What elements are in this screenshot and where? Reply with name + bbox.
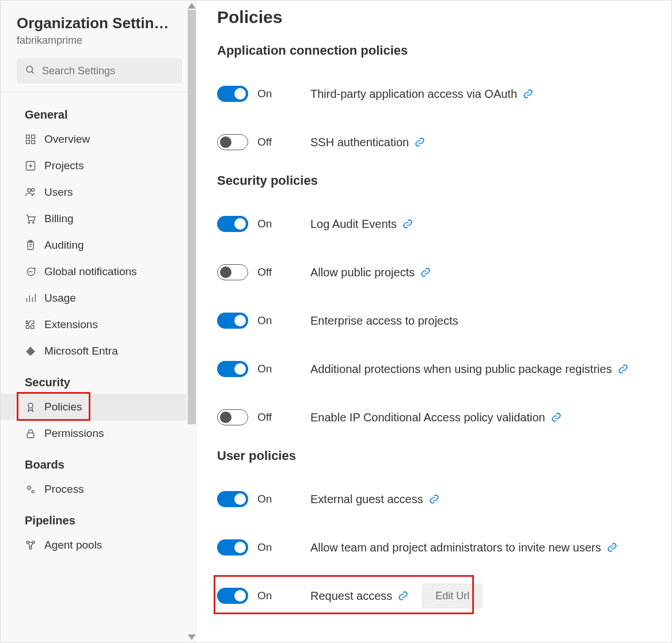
policy-row-invite: OnAllow team and project administrators … — [217, 523, 651, 572]
scrollbar-thumb[interactable] — [188, 10, 196, 424]
sidebar-item-microsoft-entra[interactable]: Microsoft Entra — [1, 338, 196, 364]
gears-icon — [25, 484, 36, 495]
sidebar-subtitle: fabrikamprime — [17, 35, 182, 47]
toggle-ssh[interactable] — [217, 134, 248, 150]
sidebar-item-label: Overview — [44, 133, 90, 146]
svg-point-27 — [32, 490, 34, 493]
sidebar-group-boards: Boards — [1, 447, 196, 476]
policy-text: External guest access — [310, 493, 423, 506]
sidebar-group-security: Security — [1, 364, 196, 394]
svg-line-1 — [32, 71, 33, 73]
svg-rect-5 — [32, 140, 35, 144]
sidebar-item-auditing[interactable]: Auditing — [1, 232, 196, 258]
search-icon — [25, 64, 35, 77]
link-icon[interactable] — [618, 364, 628, 374]
ribbon-icon — [25, 401, 36, 413]
link-icon[interactable] — [607, 542, 617, 553]
clipboard-icon — [25, 239, 36, 251]
link-icon[interactable] — [429, 494, 439, 504]
sidebar-item-policies[interactable]: Policies — [1, 394, 196, 420]
toggle-entaccess[interactable] — [217, 313, 248, 329]
section-title: User policies — [217, 448, 651, 463]
sidebar-group-general: General — [1, 97, 196, 126]
link-icon[interactable] — [523, 89, 533, 99]
toggle-pubproj[interactable] — [217, 264, 248, 280]
sidebar-item-projects[interactable]: Projects — [1, 153, 196, 179]
toggle-invite[interactable] — [217, 539, 248, 556]
toggle-reqaccess[interactable] — [217, 588, 248, 604]
sidebar-item-agent-pools[interactable]: Agent pools — [1, 532, 196, 558]
sidebar-item-billing[interactable]: Billing — [1, 206, 196, 232]
toggle-state-label: On — [257, 541, 272, 554]
sidebar-item-label: Projects — [44, 159, 84, 172]
policy-text: Enterprise access to projects — [310, 314, 458, 328]
edit-url-button[interactable]: Edit Url — [422, 584, 483, 608]
policy-label: Allow public projects — [310, 266, 431, 279]
page-title: Policies — [217, 7, 651, 27]
svg-point-24 — [28, 403, 33, 408]
sidebar-item-extensions[interactable]: Extensions — [1, 311, 196, 338]
sidebar-item-label: Auditing — [44, 239, 84, 252]
sidebar-item-users[interactable]: Users — [1, 179, 196, 206]
sidebar-item-global-notifications[interactable]: Global notifications — [1, 258, 196, 285]
svg-line-31 — [28, 543, 30, 547]
policy-text: Third-party application access via OAuth — [310, 87, 517, 101]
policy-label: Enterprise access to projects — [310, 314, 458, 328]
toggle-state-label: Off — [257, 266, 272, 279]
policy-row-guest: OnExternal guest access — [217, 475, 651, 523]
sidebar-group-pipelines: Pipelines — [1, 503, 196, 532]
svg-point-10 — [32, 188, 35, 191]
sidebar-item-label: Global notifications — [44, 265, 137, 278]
policy-text: Enable IP Conditional Access policy vali… — [310, 411, 545, 424]
scroll-arrow-down-icon[interactable] — [188, 634, 196, 640]
policy-label: SSH authentication — [310, 136, 425, 149]
link-icon[interactable] — [551, 412, 561, 423]
toggle-guest[interactable] — [217, 491, 248, 507]
toggle-ipcond[interactable] — [217, 409, 248, 425]
sidebar-item-label: Microsoft Entra — [44, 345, 118, 357]
policy-row-entaccess: OnEnterprise access to projects — [217, 296, 651, 345]
policy-row-ipcond: OffEnable IP Conditional Access policy v… — [217, 393, 651, 442]
toggle-pkgreg[interactable] — [217, 361, 248, 377]
toggle-state-label: Off — [257, 136, 272, 149]
svg-point-11 — [28, 222, 30, 223]
sidebar-item-label: Usage — [44, 292, 76, 305]
policy-label: Allow team and project administrators to… — [310, 541, 617, 554]
policy-row-pkgreg: OnAdditional protections when using publ… — [217, 345, 651, 393]
sidebar-item-label: Extensions — [44, 318, 98, 331]
lock-icon — [25, 428, 36, 439]
sidebar-item-usage[interactable]: Usage — [1, 285, 196, 311]
svg-point-12 — [33, 222, 35, 223]
toggle-state-label: On — [257, 218, 272, 230]
svg-point-0 — [26, 66, 33, 73]
search-settings[interactable] — [17, 58, 182, 83]
policy-row-pubproj: OffAllow public projects — [217, 248, 651, 296]
sidebar-item-label: Policies — [44, 401, 82, 413]
search-input[interactable] — [42, 65, 174, 77]
sidebar-title: Organization Settin… — [17, 14, 178, 32]
sidebar-item-label: Process — [44, 483, 84, 496]
policy-text: Additional protections when using public… — [310, 363, 612, 376]
toggle-state-label: On — [257, 87, 272, 100]
svg-rect-3 — [32, 135, 35, 139]
policy-row-reqaccess: OnRequest accessEdit Url — [217, 572, 651, 620]
toggle-state-label: On — [257, 493, 272, 505]
scroll-arrow-up-icon[interactable] — [188, 3, 196, 9]
link-icon[interactable] — [420, 267, 431, 277]
link-icon[interactable] — [403, 219, 413, 229]
svg-rect-2 — [26, 135, 30, 139]
toggle-audit[interactable] — [217, 216, 248, 232]
main-content: Policies Application connection policies… — [196, 1, 671, 642]
policy-text: Request access — [310, 589, 392, 603]
entra-icon — [25, 345, 36, 357]
sidebar-item-process[interactable]: Process — [1, 476, 196, 503]
cart-icon — [25, 213, 36, 225]
toggle-oauth[interactable] — [217, 86, 248, 102]
policy-label: Additional protections when using public… — [310, 363, 628, 376]
policy-label: Request accessEdit Url — [310, 584, 483, 608]
link-icon[interactable] — [415, 137, 425, 147]
sidebar-item-overview[interactable]: Overview — [1, 126, 196, 153]
link-icon[interactable] — [398, 591, 408, 601]
sidebar-item-permissions[interactable]: Permissions — [1, 420, 196, 447]
plus-square-icon — [25, 160, 36, 172]
